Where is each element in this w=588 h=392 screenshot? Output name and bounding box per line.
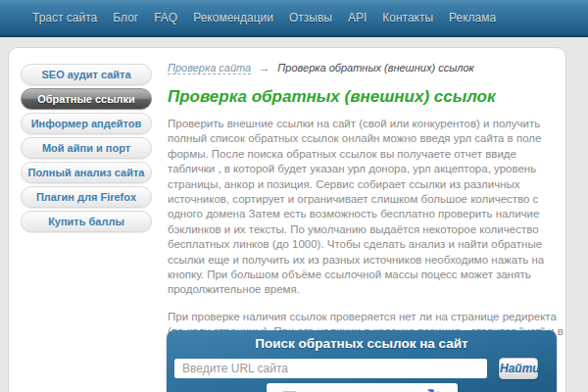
nav-item-reviews[interactable]: Отзывы (289, 11, 332, 24)
find-button[interactable]: Найти (499, 358, 538, 379)
sidebar-item-buy-points[interactable]: Купить баллы (21, 211, 152, 232)
nav-item-trust[interactable]: Траст сайта (32, 11, 97, 24)
nav-item-blog[interactable]: Блог (113, 11, 138, 24)
sidebar-item-update-informer[interactable]: Информер апдейтов (21, 113, 152, 134)
nav-item-contacts[interactable]: Контакты (382, 11, 433, 24)
captcha-refresh-icon[interactable]: ↻ (426, 386, 441, 392)
breadcrumb-link-site-check[interactable]: Проверка сайта (168, 62, 251, 74)
sidebar-item-backlinks[interactable]: Обратные ссылки (21, 88, 152, 110)
search-form: Найти (174, 358, 557, 379)
nav-item-ads[interactable]: Реклама (449, 11, 496, 24)
search-panel-title: Поиск обратных ссылок на сайт (167, 330, 557, 351)
captcha-widget: ↻ (267, 383, 458, 392)
sidebar-item-seo-audit[interactable]: SEO аудит сайта (21, 64, 152, 85)
nav-item-recommendations[interactable]: Рекомендации (193, 11, 273, 24)
breadcrumb-separator-icon: → (259, 62, 270, 74)
page: Траст сайта Блог FAQ Рекомендации Отзывы… (0, 0, 588, 392)
sidebar-item-firefox-plugin[interactable]: Плагин для Firefox (21, 186, 152, 208)
breadcrumb-current: Проверка обратных (внешних) ссылок (277, 62, 473, 74)
sidebar-item-my-ip-port[interactable]: Мой айпи и порт (21, 137, 152, 159)
breadcrumb: Проверка сайта → Проверка обратных (внеш… (168, 62, 565, 74)
top-navbar: Траст сайта Блог FAQ Рекомендации Отзывы… (0, 0, 588, 37)
sidebar-item-full-analysis[interactable]: Полный анализ сайта (21, 162, 152, 183)
nav-item-api[interactable]: API (348, 11, 367, 24)
intro-paragraph: Проверить внешние ссылки на сайт (свой и… (168, 117, 564, 298)
url-input[interactable] (174, 359, 487, 378)
nav-item-faq[interactable]: FAQ (154, 11, 177, 24)
sidebar: SEO аудит сайта Обратные ссылки Информер… (21, 64, 152, 235)
page-title: Проверка обратных (внешних) ссылок (168, 87, 565, 107)
backlink-search-panel: Поиск обратных ссылок на сайт Найти ↻ (167, 330, 557, 392)
